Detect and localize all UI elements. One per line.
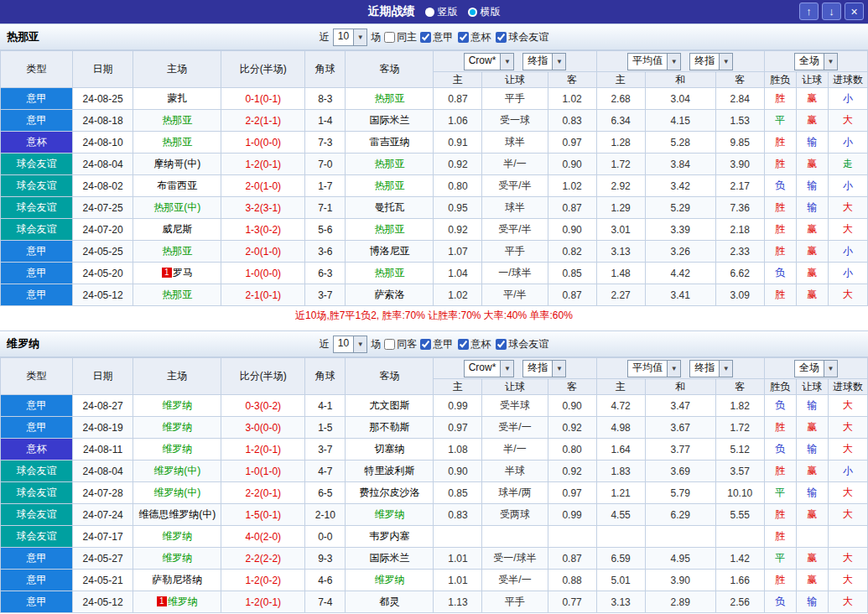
col-header-date: 日期: [73, 51, 133, 88]
league-filter-3[interactable]: 球会友谊: [496, 337, 548, 351]
date-cell: 24-07-25: [73, 197, 133, 219]
scroll-down-button[interactable]: ↓: [822, 3, 841, 20]
scope-select[interactable]: 全场▼: [794, 53, 838, 70]
close-button[interactable]: ×: [845, 3, 864, 20]
col-header-away: 客场: [346, 51, 434, 88]
avg-away-cell: 2.33: [715, 241, 764, 263]
avg-home-cell: 3.13: [596, 241, 645, 263]
same-venue-checkbox[interactable]: [384, 32, 395, 43]
average-select[interactable]: 平均值▼: [627, 360, 681, 377]
league-checkbox[interactable]: [458, 339, 469, 350]
scope-select[interactable]: 全场▼: [794, 360, 838, 377]
subcol-odds-away: 客: [548, 72, 596, 88]
odds-away-cell: 0.80: [548, 439, 596, 460]
chevron-down-icon: ▼: [667, 54, 680, 70]
page-title: 近期战绩: [368, 4, 415, 19]
away-team-cell: 雷吉亚纳: [346, 132, 434, 154]
avg-stage-select[interactable]: 终指▼: [689, 360, 733, 377]
handicap-result-cell: 赢: [796, 263, 828, 284]
scroll-up-button[interactable]: ↑: [799, 3, 819, 20]
league-checkbox[interactable]: [496, 339, 507, 350]
match-count-select[interactable]: 10 ▼: [333, 336, 367, 353]
league-filter-2[interactable]: 意杯: [458, 30, 491, 44]
avg-draw-cell: 5.79: [645, 482, 715, 504]
subcol-avg-home: 主: [596, 72, 645, 88]
date-cell: 24-08-04: [73, 460, 133, 482]
subcol-result: 胜负: [764, 379, 796, 395]
result-cell: 平: [764, 548, 796, 570]
same-venue-filter[interactable]: 同主: [384, 30, 417, 44]
date-cell: 24-08-25: [73, 88, 133, 110]
avg-away-cell: 1.53: [715, 110, 764, 132]
league-checkbox[interactable]: [458, 32, 469, 43]
avg-home-cell: 1.83: [596, 460, 645, 482]
same-venue-label: 同客: [397, 337, 417, 351]
odds-away-cell: 0.92: [548, 460, 596, 482]
col-header-corner: 角球: [305, 358, 346, 395]
subcol-avg-away: 客: [715, 379, 764, 395]
avg-home-cell: 1.29: [596, 197, 645, 219]
league-checkbox[interactable]: [420, 339, 431, 350]
chevron-down-icon: ▼: [552, 361, 565, 377]
match-count-select[interactable]: 10 ▼: [333, 29, 367, 46]
avg-stage-select[interactable]: 终指▼: [689, 53, 733, 70]
home-team-cell: 维罗纳: [133, 395, 221, 417]
corner-cell: 7-1: [305, 197, 346, 219]
match-row: 意甲24-05-27维罗纳2-2(2-2)9-3国际米兰1.01受一/球半0.8…: [1, 548, 868, 570]
odds-home-cell: 1.13: [434, 591, 482, 613]
odds-line-cell: 半球: [482, 460, 548, 482]
layout-radio-horizontal[interactable]: 横版: [468, 5, 501, 19]
league-label: 球会友谊: [508, 337, 548, 351]
chevron-down-icon: ▼: [824, 361, 837, 377]
same-venue-filter[interactable]: 同客: [384, 337, 417, 351]
league-cell: 意甲: [1, 417, 73, 439]
odds-home-cell: 0.85: [434, 482, 482, 504]
odds-stage-select[interactable]: 终指▼: [522, 53, 566, 70]
league-checkbox[interactable]: [420, 32, 431, 43]
result-cell: 胜: [764, 154, 796, 175]
filter-games-label: 场: [371, 337, 381, 351]
odds-line-cell: 受半球: [482, 395, 548, 417]
avg-draw-cell: 4.15: [645, 110, 715, 132]
odds-away-cell: 0.88: [548, 570, 596, 591]
league-filter-2[interactable]: 意杯: [458, 337, 491, 351]
average-select[interactable]: 平均值▼: [627, 53, 681, 70]
odds-line-cell: [482, 526, 548, 548]
score-cell: 2-2(2-2): [221, 548, 305, 570]
odds-stage-select[interactable]: 终指▼: [522, 360, 566, 377]
same-venue-checkbox[interactable]: [384, 339, 395, 350]
avg-selects-cell: 平均值▼ 终指▼: [596, 51, 764, 72]
scope-select-value: 全场: [795, 54, 824, 70]
scope-select-cell: 全场▼: [764, 51, 867, 72]
subcol-avg-home: 主: [596, 379, 645, 395]
home-team-cell: 热那亚(中): [133, 197, 221, 219]
chevron-down-icon: ▼: [552, 54, 565, 70]
away-team-cell: 热那亚: [346, 175, 434, 197]
league-cell: 意甲: [1, 110, 73, 132]
match-row: 意甲24-05-12热那亚2-1(0-1)3-7萨索洛1.02平/半0.872.…: [1, 284, 868, 306]
away-team-cell: 热那亚: [346, 263, 434, 284]
bookmaker-select[interactable]: Crow*▼: [464, 360, 515, 377]
home-team-cell: 1罗马: [133, 263, 221, 284]
corner-cell: 1-7: [305, 175, 346, 197]
col-header-score: 比分(半场): [221, 51, 305, 88]
corner-cell: 4-1: [305, 395, 346, 417]
league-filter-3[interactable]: 球会友谊: [496, 30, 548, 44]
odds-line-cell: 球半: [482, 132, 548, 154]
league-cell: 球会友谊: [1, 526, 73, 548]
league-filter-1[interactable]: 意甲: [420, 30, 453, 44]
corner-cell: 0-0: [305, 526, 346, 548]
away-team-cell: 热那亚: [346, 154, 434, 175]
odds-away-cell: 0.97: [548, 482, 596, 504]
date-cell: 24-07-28: [73, 482, 133, 504]
date-cell: 24-08-27: [73, 395, 133, 417]
layout-radio-vertical[interactable]: 竖版: [425, 5, 458, 19]
league-cell: 球会友谊: [1, 460, 73, 482]
match-count-value: 10: [334, 336, 353, 352]
bookmaker-select[interactable]: Crow*▼: [464, 53, 515, 70]
goals-result-cell: 小: [828, 88, 867, 110]
home-team-cell: 维德思维罗纳(中): [133, 504, 221, 526]
odds-line-cell: 受一球: [482, 110, 548, 132]
league-filter-1[interactable]: 意甲: [420, 337, 453, 351]
league-checkbox[interactable]: [496, 32, 507, 43]
